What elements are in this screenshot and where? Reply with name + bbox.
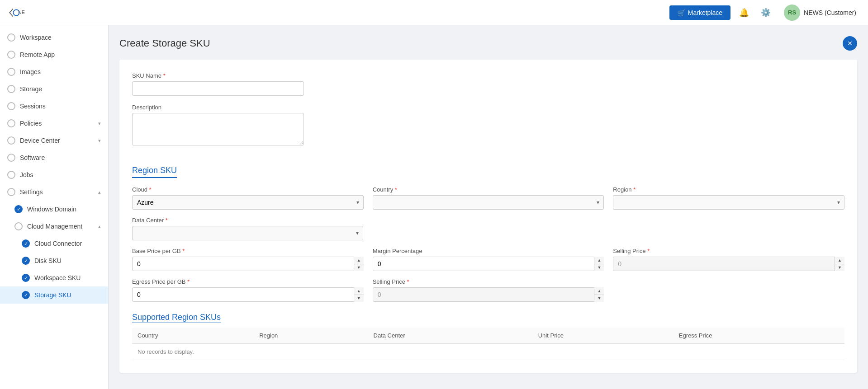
supported-skus-title: Supported Region SKUs [132,313,844,322]
chevron-up-icon: ▴ [98,189,101,195]
notifications-button[interactable]: 🔔 [736,5,752,21]
pricing-row2: Egress Price per GB * 0 ▲ ▼ Selling Pric… [132,278,844,302]
selling-price-spinner: 0 ▲ ▼ [613,257,844,271]
sidebar-item-sessions[interactable]: Sessions [0,98,108,115]
cloud-label: Cloud * [132,186,364,193]
egress-price-input[interactable]: 0 [132,287,364,302]
spin-down-button[interactable]: ▼ [594,264,604,272]
gear-icon: ⚙️ [761,8,771,18]
selling-price-input: 0 [613,257,844,271]
sidebar-item-windows-domain[interactable]: ✓ Windows Domain [0,201,108,218]
sidebar-item-jobs[interactable]: Jobs [0,166,108,183]
check-icon: ✓ [22,239,30,248]
sidebar-item-software[interactable]: Software [0,149,108,166]
margin-input[interactable]: 0 [373,257,604,271]
settings-button[interactable]: ⚙️ [758,5,774,21]
country-select[interactable] [373,195,604,210]
spin-down-button[interactable]: ▼ [354,295,364,302]
sidebar-label-settings: Settings [20,188,94,196]
selling-price2-col: Selling Price * 0 ▲ ▼ [373,278,604,302]
datacenter-select[interactable] [132,226,363,240]
avatar: RS [784,5,800,21]
region-col: Region * ▾ [613,186,844,210]
col-data-center: Data Center [368,328,533,344]
spinner-buttons: ▲ ▼ [594,257,604,271]
sidebar-item-remote-app[interactable]: Remote App [0,46,108,63]
check-icon: ✓ [14,205,23,213]
supported-skus-table: Country Region Data Center Unit Price Eg… [132,328,844,360]
col-region: Region [254,328,368,344]
user-menu[interactable]: RS NEWS (Customer) [779,3,861,23]
egress-price-spinner: 0 ▲ ▼ [132,287,364,302]
sku-name-group: SKU Name * [132,72,844,96]
spin-up-button[interactable]: ▲ [354,287,364,295]
selling-price2-input: 0 [373,287,604,302]
svg-text:NE: NE [18,9,25,15]
cloud-col: Cloud * Azure AWS GCP ▾ [132,186,364,210]
sku-name-label: SKU Name * [132,72,844,79]
base-price-label: Base Price per GB * [132,248,364,254]
sessions-icon [7,102,15,110]
check-icon: ✓ [22,257,30,265]
check-icon: ✓ [22,291,30,299]
cart-icon: 🛒 [678,9,685,16]
spin-down-button[interactable]: ▼ [354,264,364,272]
datacenter-col: Data Center * ▾ [132,217,363,240]
selling-price2-spinner: 0 ▲ ▼ [373,287,604,302]
margin-col: Margin Percentage 0 ▲ ▼ [373,248,604,271]
country-select-wrap: ▾ [373,195,604,210]
table-body: No records to display. [132,344,844,360]
cloud-select[interactable]: Azure AWS GCP [132,195,364,210]
margin-spinner: 0 ▲ ▼ [373,257,604,271]
policies-icon [7,119,15,127]
user-initials: RS [788,9,796,16]
sidebar-item-images[interactable]: Images [0,63,108,80]
close-button[interactable]: × [843,36,857,51]
sidebar-item-storage[interactable]: Storage [0,80,108,98]
base-price-spinner: 0 ▲ ▼ [132,257,364,271]
datacenter-label: Data Center * [132,217,363,224]
sidebar-item-storage-sku[interactable]: ✓ Storage SKU [0,286,108,304]
header: NE 🛒 Marketplace 🔔 ⚙️ RS NEWS (Customer) [0,0,868,25]
base-price-input[interactable]: 0 [132,257,364,271]
sidebar-item-workspace[interactable]: Workspace [0,29,108,46]
chevron-down-icon: ▾ [98,121,101,127]
selling-price2-label: Selling Price * [373,278,604,285]
spinner-buttons: ▲ ▼ [594,287,604,302]
spin-up-button[interactable]: ▲ [594,257,604,264]
base-price-col: Base Price per GB * 0 ▲ ▼ [132,248,364,271]
sku-name-input[interactable] [132,81,304,96]
description-input[interactable] [132,113,304,145]
svg-line-0 [9,9,13,13]
spacer-col [613,278,844,302]
egress-price-col: Egress Price per GB * 0 ▲ ▼ [132,278,364,302]
sidebar-label-disk-sku: Disk SKU [34,257,101,264]
sidebar-item-disk-sku[interactable]: ✓ Disk SKU [0,252,108,269]
description-group: Description [132,104,844,147]
cloud-country-region-row: Cloud * Azure AWS GCP ▾ Country * [132,186,844,210]
svg-line-1 [9,13,13,16]
sidebar-item-policies[interactable]: Policies ▾ [0,115,108,132]
region-select[interactable] [613,195,844,210]
sidebar-label-images: Images [20,68,101,75]
sidebar-label-workspace: Workspace [20,34,101,41]
marketplace-button[interactable]: 🛒 Marketplace [669,5,730,20]
sidebar-item-cloud-connector[interactable]: ✓ Cloud Connector [0,235,108,252]
form-card: SKU Name * Description Region SKU Cloud … [119,60,857,373]
spin-up-button: ▲ [594,287,604,295]
layout: Workspace Remote App Images Storage Sess… [0,25,868,389]
region-label: Region * [613,186,844,193]
sidebar-item-workspace-sku[interactable]: ✓ Workspace SKU [0,269,108,286]
sidebar-item-settings[interactable]: Settings ▴ [0,183,108,201]
region-select-wrap: ▾ [613,195,844,210]
sidebar-item-device-center[interactable]: Device Center ▾ [0,132,108,149]
logo-icon: NE [7,4,25,22]
storage-icon [7,85,15,93]
datacenter-row: Data Center * ▾ [132,217,844,240]
jobs-icon [7,171,15,179]
country-col: Country * ▾ [373,186,604,210]
workspace-icon [7,33,15,42]
sidebar-label-policies: Policies [20,120,94,127]
spin-up-button[interactable]: ▲ [354,257,364,264]
sidebar-item-cloud-management[interactable]: Cloud Management ▴ [0,218,108,235]
